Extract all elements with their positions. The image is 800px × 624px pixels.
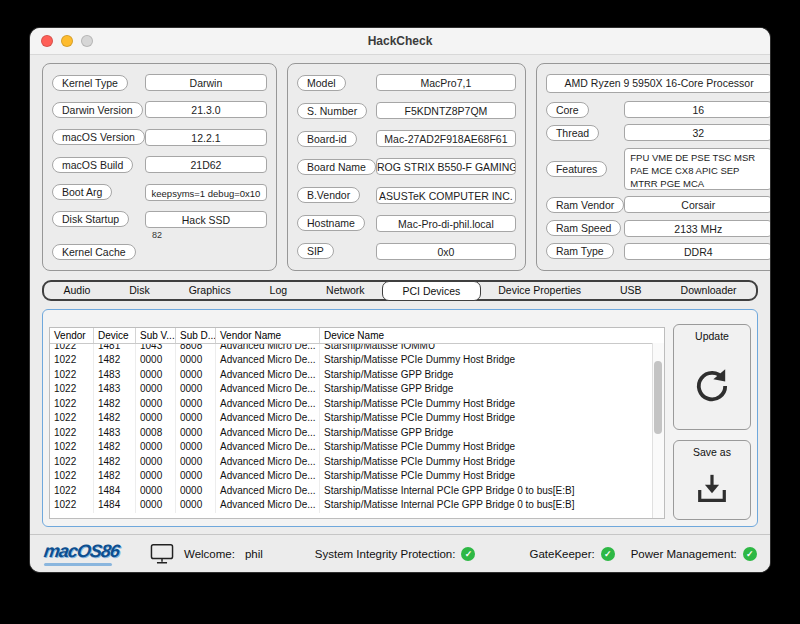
field-label: Ram Type xyxy=(546,243,614,259)
cell-vendor-name: Advanced Micro De... xyxy=(216,353,320,368)
column-header[interactable]: Device xyxy=(94,328,136,343)
table-scrollbar[interactable] xyxy=(652,343,664,518)
cell-vendor: 1022 xyxy=(50,368,94,383)
cell-sub-device: 8808 xyxy=(176,344,216,353)
tab[interactable]: Network xyxy=(307,282,384,299)
field-label: Kernel Type xyxy=(52,75,128,91)
cell-device-name: Starship/Matisse PCIe Dummy Host Bridge xyxy=(320,397,664,412)
tab[interactable]: Device Properties xyxy=(479,282,601,299)
minimize-button[interactable] xyxy=(61,35,73,47)
save-as-button[interactable]: Save as xyxy=(673,440,751,520)
cell-sub-device: 0000 xyxy=(176,455,216,470)
info-row: Model MacPro7,1 xyxy=(297,74,516,91)
download-icon xyxy=(695,472,729,506)
table-row[interactable]: 1022 1482 0000 0000 Advanced Micro De...… xyxy=(50,353,664,368)
column-header[interactable]: Vendor xyxy=(50,328,94,343)
cell-device-name: Starship/Matisse PCIe Dummy Host Bridge xyxy=(320,353,664,368)
cell-device: 1482 xyxy=(94,397,136,412)
cell-sub-vendor: 0000 xyxy=(136,353,176,368)
cell-device-name: Starship/Matisse GPP Bridge xyxy=(320,382,664,397)
table-row[interactable]: 1022 1482 0000 0000 Advanced Micro De...… xyxy=(50,469,664,484)
field-value: F5KDNTZ8P7QM xyxy=(376,102,516,119)
cell-device-name: Starship/Matisse Internal PCIe GPP Bridg… xyxy=(320,484,664,499)
cpu-name-value: AMD Ryzen 9 5950X 16-Core Processor xyxy=(546,74,770,93)
info-row: B.Vendor ASUSTeK COMPUTER INC. xyxy=(297,187,516,204)
field-label: B.Vendor xyxy=(297,187,360,203)
tab[interactable]: Downloader xyxy=(661,282,756,299)
info-panels: Kernel Type Darwin Darwin Version 21.3.0… xyxy=(30,55,770,271)
cell-device: 1483 xyxy=(94,426,136,441)
sip-label: System Integrity Protection: xyxy=(315,548,456,560)
window-title: HackCheck xyxy=(368,34,433,48)
tab[interactable]: Graphics xyxy=(169,282,250,299)
column-header[interactable]: Sub D... xyxy=(176,328,216,343)
power-management-label: Power Management: xyxy=(631,548,737,560)
table-row[interactable]: 1022 1482 0000 0000 Advanced Micro De...… xyxy=(50,455,664,470)
cell-device-name: Starship/Matisse PCIe Dummy Host Bridge xyxy=(320,469,664,484)
cell-device: 1482 xyxy=(94,455,136,470)
table-row[interactable]: 1022 1484 0000 0000 Advanced Micro De...… xyxy=(50,484,664,499)
cell-device-name: Starship/Matisse PCIe Dummy Host Bridge xyxy=(320,440,664,455)
field-label: S. Number xyxy=(297,103,367,119)
table-row[interactable]: 1022 1482 0000 0000 Advanced Micro De...… xyxy=(50,397,664,412)
column-header[interactable]: Sub V... xyxy=(136,328,176,343)
table-row[interactable]: 1022 1482 0000 0000 Advanced Micro De...… xyxy=(50,411,664,426)
table-row[interactable]: 1022 1484 0000 0000 Advanced Micro De...… xyxy=(50,498,664,513)
cell-vendor-name: Advanced Micro De... xyxy=(216,344,320,353)
cell-vendor: 1022 xyxy=(50,344,94,353)
cell-sub-vendor: 0008 xyxy=(136,426,176,441)
power-management-status: Power Management: ✓ xyxy=(631,547,757,561)
scrollbar-thumb[interactable] xyxy=(654,361,662,435)
cell-device: 1483 xyxy=(94,382,136,397)
cell-device: 1482 xyxy=(94,353,136,368)
info-row: S. Number F5KDNTZ8P7QM xyxy=(297,102,516,119)
cell-sub-vendor: 0000 xyxy=(136,382,176,397)
cell-vendor-name: Advanced Micro De... xyxy=(216,426,320,441)
tab[interactable]: USB xyxy=(601,282,662,299)
info-row: Board-id Mac-27AD2F918AE68F61 xyxy=(297,130,516,147)
side-actions: Update Save as xyxy=(673,316,751,520)
field-value: 21.3.0 xyxy=(145,101,267,118)
info-row: Core 16 xyxy=(546,101,770,118)
table-row[interactable]: 1022 1483 0000 0000 Advanced Micro De...… xyxy=(50,368,664,383)
table-header: VendorDeviceSub V...Sub D...Vendor NameD… xyxy=(50,328,664,344)
field-value: FPU VME DE PSE TSC MSR PAE MCE CX8 APIC … xyxy=(624,148,770,190)
close-button[interactable] xyxy=(41,35,53,47)
logo-tagline-bar xyxy=(44,563,112,566)
cell-sub-device: 0000 xyxy=(176,397,216,412)
tab-bar: AudioDiskGraphicsLogNetworkPCI DevicesDe… xyxy=(42,280,758,301)
kernel-panel: Kernel Type Darwin Darwin Version 21.3.0… xyxy=(42,63,277,271)
cell-sub-vendor: 0000 xyxy=(136,455,176,470)
gatekeeper-label: GateKeeper: xyxy=(529,548,594,560)
table-row[interactable]: 1022 1483 0000 0000 Advanced Micro De...… xyxy=(50,382,664,397)
cell-device: 1482 xyxy=(94,411,136,426)
refresh-icon xyxy=(692,366,732,406)
table-row[interactable]: 1022 1483 0008 0000 Advanced Micro De...… xyxy=(50,426,664,441)
info-row: Ram Type DDR4 xyxy=(546,243,770,260)
cell-vendor: 1022 xyxy=(50,484,94,499)
cell-vendor: 1022 xyxy=(50,411,94,426)
column-header[interactable]: Device Name xyxy=(320,328,664,343)
field-label: Darwin Version xyxy=(52,102,143,118)
cell-vendor-name: Advanced Micro De... xyxy=(216,469,320,484)
cell-device: 1483 xyxy=(94,368,136,383)
cell-vendor-name: Advanced Micro De... xyxy=(216,397,320,412)
tab[interactable]: Log xyxy=(250,282,306,299)
field-value: 0x0 xyxy=(376,243,516,260)
update-button[interactable]: Update xyxy=(673,324,751,430)
tab[interactable]: Disk xyxy=(110,282,169,299)
info-row: Board Name ROG STRIX B550-F GAMING xyxy=(297,158,516,175)
table-row[interactable]: 1022 1481 1043 8808 Advanced Micro De...… xyxy=(50,344,664,353)
cell-sub-vendor: 0000 xyxy=(136,440,176,455)
gatekeeper-status: GateKeeper: ✓ xyxy=(529,547,614,561)
column-header[interactable]: Vendor Name xyxy=(216,328,320,343)
cell-device: 1482 xyxy=(94,469,136,484)
tab[interactable]: PCI Devices xyxy=(382,281,481,301)
info-row: macOS Version 12.2.1 xyxy=(52,129,267,146)
tab[interactable]: Audio xyxy=(44,282,110,299)
field-value: Hack SSD xyxy=(145,211,267,228)
field-value: Mac-Pro-di-phil.local xyxy=(376,215,516,232)
cell-sub-vendor: 0000 xyxy=(136,397,176,412)
field-value: DDR4 xyxy=(624,243,770,260)
table-row[interactable]: 1022 1482 0000 0000 Advanced Micro De...… xyxy=(50,440,664,455)
